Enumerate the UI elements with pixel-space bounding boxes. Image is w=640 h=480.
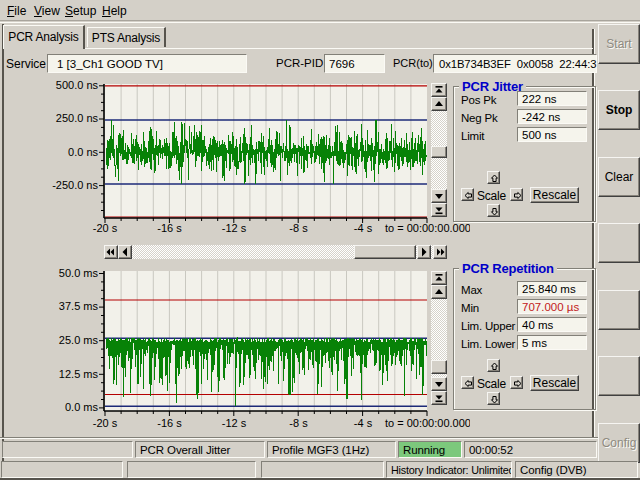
svg-text:-4 s: -4 s xyxy=(354,222,373,234)
svg-text:-20 s: -20 s xyxy=(93,222,118,234)
svg-text:-250.0 ns: -250.0 ns xyxy=(52,179,98,191)
svg-text:12.5 ms: 12.5 ms xyxy=(59,368,99,380)
svg-text:to = 00:00:00.000: to = 00:00:00.000 xyxy=(385,222,470,234)
svg-text:25.0 ms: 25.0 ms xyxy=(59,334,99,346)
svg-text:-12 s: -12 s xyxy=(222,222,247,234)
svg-text:0.0 ns: 0.0 ns xyxy=(68,146,98,158)
svg-text:to = 00:00:00.000: to = 00:00:00.000 xyxy=(385,417,470,429)
svg-text:-12 s: -12 s xyxy=(222,417,247,429)
svg-text:250.0 ns: 250.0 ns xyxy=(56,112,99,124)
svg-text:-8 s: -8 s xyxy=(289,417,308,429)
svg-text:50.0 ms: 50.0 ms xyxy=(59,267,99,279)
svg-text:37.5 ms: 37.5 ms xyxy=(59,300,99,312)
svg-text:-20 s: -20 s xyxy=(93,417,118,429)
svg-text:-16 s: -16 s xyxy=(157,222,182,234)
svg-text:-4 s: -4 s xyxy=(354,417,373,429)
svg-text:-16 s: -16 s xyxy=(157,417,182,429)
svg-text:500.0 ns: 500.0 ns xyxy=(56,79,99,91)
svg-text:-8 s: -8 s xyxy=(289,222,308,234)
svg-text:0.0 ms: 0.0 ms xyxy=(65,401,99,413)
